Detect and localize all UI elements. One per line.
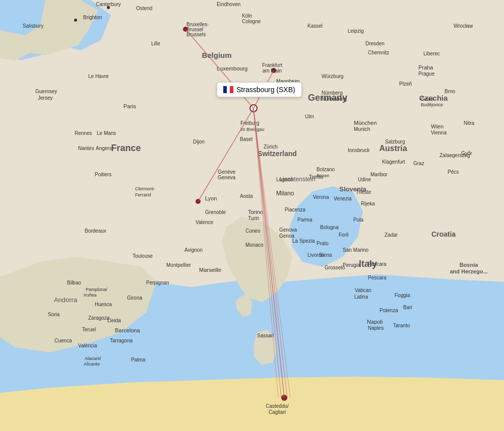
bozen-label: Bozen [317, 173, 330, 178]
graz-label: Graz [413, 161, 424, 166]
bosnia-label: Bosnia [460, 262, 479, 268]
dijon-label: Dijon [193, 139, 205, 145]
frankfurt-label: Frankfurt [262, 62, 282, 68]
barcelona-label: Barcelona [115, 327, 140, 333]
genova-label: Genova [279, 227, 297, 233]
perugia-label: Perugia [343, 262, 360, 268]
lleida-label: Lleida [107, 318, 121, 323]
map-container: France Germany Switzerland Belgium Austr… [0, 0, 504, 431]
forli-label: Forli [339, 232, 348, 238]
perpignan-label: Perpignan [146, 280, 169, 285]
trieste-label: Trieste [356, 189, 371, 195]
wien-label: Wien [431, 123, 444, 129]
soria-label: Soria [48, 312, 60, 317]
tarragona-label: Tarragona [110, 338, 133, 343]
geneva-label: Geneva [218, 175, 235, 180]
cagliari-label: Cagliari [269, 409, 286, 415]
cologne-label: Cologne [242, 19, 261, 24]
valencia-label: València [78, 343, 97, 348]
lyon-label: Lyon [205, 195, 217, 201]
basel-label: Basel [240, 136, 253, 142]
pula-label: Pula [353, 217, 363, 223]
palma-label: Palma [131, 357, 146, 363]
andorra-label: Andorra [54, 296, 78, 304]
dresden-label: Dresden [365, 41, 385, 46]
plzen-label: Plzeň [399, 81, 412, 87]
salisbury-label: Salisbury [23, 23, 43, 29]
geneve-label: Genève [218, 169, 235, 175]
laspezia-label: La Spezia [292, 238, 315, 244]
brighton-label: Brighton [83, 15, 102, 20]
nurnberg-label: Nürnberg [322, 90, 343, 96]
girona-label: Girona [127, 295, 142, 301]
foggia-label: Foggia [395, 293, 410, 298]
map-svg: France Germany Switzerland Belgium Austr… [0, 0, 504, 431]
naples-label: Naples [368, 325, 384, 331]
salzburg-label: Salzburg [385, 139, 405, 145]
france-label: France [111, 143, 141, 153]
maribor-label: Maribor [370, 172, 388, 177]
austria-label: Austria [379, 144, 407, 153]
huesca-label: Huesca [95, 302, 112, 307]
angers-label: Angers [96, 146, 112, 151]
alacant-label: Alacant/ [85, 356, 101, 361]
turin-label: Turin [248, 216, 259, 221]
zaragoza-label: Zaragoza [88, 315, 110, 321]
prato-label: Prato [317, 241, 329, 246]
taranto-label: Taranto [393, 323, 410, 328]
ulm-label: Ulm [305, 114, 314, 119]
praha-label: Praha [418, 64, 433, 70]
klagenfurt-label: Klagenfurt [382, 159, 405, 165]
bologna-label: Bologna [320, 225, 339, 230]
budejovice-label: Budějovice [421, 102, 443, 107]
piacenza-label: Piacenza [285, 207, 306, 212]
avignon-label: Avignon [184, 247, 203, 253]
ceske-label: České [421, 97, 434, 102]
freiburg2-label: im Breisgau [240, 127, 265, 132]
wroclaw-label: Wrocław [454, 23, 473, 29]
udine-label: Udine [358, 177, 371, 182]
cuneo-label: Cuneo [245, 228, 261, 234]
napoli-label: Napoli [367, 319, 383, 325]
nitra-label: Nitra [464, 120, 475, 126]
jersey-label: Jersey [38, 95, 52, 101]
herzegovina-label: and Herzego... [450, 268, 487, 274]
marseille-label: Marseille [199, 267, 221, 273]
nuremberg-label: Nuremberg [322, 96, 347, 102]
teruel-label: Teruel [82, 327, 96, 332]
koln-label: Köln [242, 13, 252, 19]
pecs-label: Pécs [448, 169, 459, 175]
munchen-label: München [354, 120, 376, 126]
zadar-label: Zadar [385, 232, 398, 238]
aosta-label: Aosta [240, 193, 253, 199]
ferrand-label: Ferrand [135, 192, 151, 197]
lehavre-label: Le Havre [88, 74, 109, 79]
pamplona-label: Pamplona/ [86, 287, 108, 292]
lemans-label: Le Mans [97, 130, 116, 136]
montpellier-label: Montpellier [166, 262, 192, 268]
lille-label: Lille [151, 41, 160, 46]
milano-label: Milano [276, 190, 294, 197]
lugano-label: Lugano [276, 177, 293, 182]
monaco-label: Monaco [245, 242, 264, 248]
irunea-label: Iruñea [84, 293, 97, 298]
brussels2-label: Brussels [186, 32, 206, 37]
munich-label: Munich [354, 126, 370, 132]
zalaegerszeg-label: Zalaegerszeg [439, 153, 470, 158]
ostend-label: Ostend [136, 6, 152, 11]
cuenca-label: Cuenca [54, 338, 72, 343]
mannheim-label: Mannheim [276, 79, 300, 84]
alicante-label: Alicante [84, 362, 100, 367]
chemnitz-label: Chemnitz [368, 50, 389, 55]
brno-label: Brno [445, 89, 456, 94]
grenoble-label: Grenoble [205, 209, 226, 215]
liberec-label: Liberec [423, 51, 440, 56]
leipzig-label: Leipzig [348, 28, 364, 34]
casteddu-label: Casteddu/ [266, 403, 289, 409]
sassari-label: Sassari [257, 333, 274, 338]
verona-label: Verona [313, 194, 329, 200]
nantes-label: Nantes [78, 146, 94, 151]
canterbury-label: Canterbury [96, 2, 120, 7]
clermont-label: Clermont- [135, 186, 155, 191]
sanmarino-label: San Marino [343, 247, 369, 253]
